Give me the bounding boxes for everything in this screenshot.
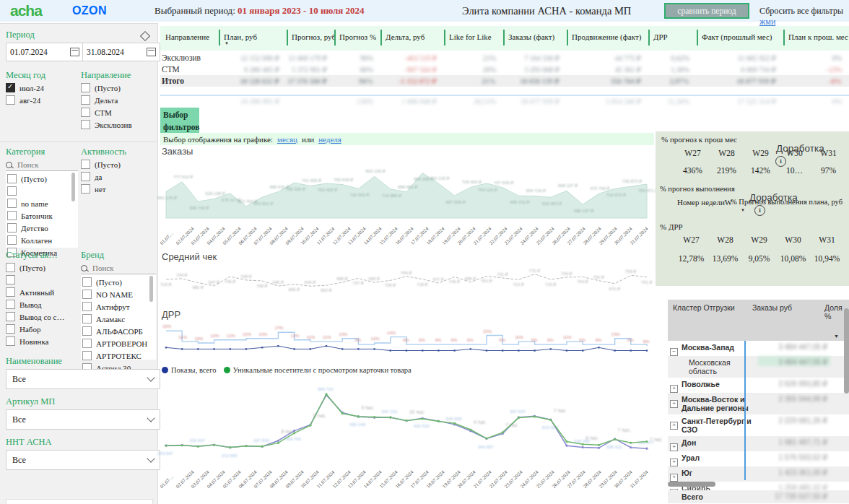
- week-view-link[interactable]: неделя: [318, 135, 341, 144]
- sort-icon[interactable]: ▼: [225, 41, 229, 45]
- checkbox[interactable]: [6, 300, 15, 309]
- reset-filters-link[interactable]: жми: [759, 17, 775, 27]
- checkbox[interactable]: [6, 95, 15, 105]
- calendar-icon[interactable]: [147, 48, 156, 56]
- kpi-column-header[interactable]: Дельта, руб: [380, 26, 444, 51]
- checkbox-item[interactable]: да: [81, 172, 121, 181]
- kpi-column-header[interactable]: План к прош. мес: [783, 26, 849, 51]
- cluster-row[interactable]: +Дон1 981 497,71 ₽: [668, 436, 849, 451]
- checkbox-item[interactable]: (Пусто): [7, 174, 77, 183]
- checkbox[interactable]: [81, 95, 90, 105]
- checkbox-item[interactable]: июл-24: [6, 83, 44, 92]
- checkbox-item[interactable]: (Пусто): [82, 277, 154, 287]
- expand-toggle-icon[interactable]: +: [668, 378, 682, 393]
- checkbox[interactable]: [6, 336, 15, 346]
- checkbox-item[interactable]: АРТРОВЕРОН: [82, 339, 154, 348]
- checkbox[interactable]: [7, 174, 17, 183]
- kpi-column-header[interactable]: Факт (прошлый мес): [697, 26, 783, 51]
- cluster-row[interactable]: +Юг1 423 361,00 ₽: [668, 466, 849, 482]
- checkbox[interactable]: [81, 184, 90, 194]
- dorabotka-info-icon[interactable]: i: [775, 156, 786, 167]
- checkbox[interactable]: [82, 290, 92, 299]
- checkbox[interactable]: [7, 199, 17, 208]
- checkbox-item[interactable]: АРТРОТЕКС: [82, 351, 154, 360]
- checkbox[interactable]: [82, 326, 92, 336]
- month-view-link[interactable]: месяц: [277, 135, 297, 144]
- kpi-column-header[interactable]: Заказы (факт): [503, 26, 567, 51]
- share-column-header[interactable]: Доля %: [819, 303, 845, 341]
- cluster-horizontal-scrollbar[interactable]: [668, 482, 715, 487]
- kpi-row[interactable]: Эксклюзив12 152 696 ₽11 669 179 ₽96%-463…: [160, 52, 849, 64]
- checkbox[interactable]: [7, 186, 17, 196]
- checkbox-item[interactable]: Аламакс: [82, 314, 154, 323]
- compare-period-button[interactable]: сравнить период: [664, 3, 749, 19]
- filters-button[interactable]: Выбор фильтров: [160, 108, 199, 135]
- kpi-column-header[interactable]: Like for Like: [444, 26, 503, 51]
- orders-column-header[interactable]: Заказы руб: [747, 303, 819, 341]
- checkbox-item[interactable]: (Пусто): [6, 263, 64, 272]
- cluster-row[interactable]: −Москва-Запад3 484 447,05 ₽: [668, 341, 849, 356]
- checkbox[interactable]: [82, 302, 92, 311]
- kpi-column-header[interactable]: Направление: [160, 26, 219, 51]
- checkbox-item[interactable]: [7, 186, 77, 196]
- checkbox[interactable]: [6, 287, 15, 297]
- cluster-row[interactable]: Всего17 735 637,55 ₽: [668, 490, 849, 503]
- category-search[interactable]: [6, 160, 65, 170]
- checkbox-item[interactable]: Батончик: [7, 211, 77, 220]
- checkbox-item[interactable]: нет: [81, 184, 121, 194]
- checkbox-item[interactable]: АЛЬФАСОРБ: [82, 326, 154, 336]
- expand-toggle-icon[interactable]: +: [668, 414, 682, 430]
- expand-toggle-icon[interactable]: +: [668, 451, 682, 466]
- kpi-column-header[interactable]: Продвижение (факт): [567, 26, 648, 51]
- date-to-field[interactable]: 31.08.2024: [82, 43, 160, 61]
- checkbox[interactable]: [81, 172, 90, 181]
- cluster-row[interactable]: +Санкт-Петербург и СЗО2 229 681,26 ₽: [668, 414, 849, 436]
- checkbox[interactable]: [6, 324, 15, 334]
- expand-toggle-icon[interactable]: −: [668, 341, 682, 356]
- checkbox-item[interactable]: Набор: [6, 324, 64, 334]
- category-scrollbar[interactable]: [71, 173, 75, 201]
- checkbox-item[interactable]: (Пусто): [81, 83, 132, 92]
- nnt-filter-select[interactable]: Все: [6, 450, 160, 470]
- category-search-input[interactable]: [16, 160, 65, 170]
- date-from-field[interactable]: 01.07.2024: [6, 43, 84, 61]
- dorabotka-info-icon[interactable]: i: [754, 205, 765, 216]
- checkbox-item[interactable]: Вывод со с…: [6, 312, 64, 321]
- checkbox[interactable]: [7, 211, 17, 220]
- checkbox-item[interactable]: [6, 275, 64, 284]
- checkbox-item[interactable]: no name: [7, 199, 77, 208]
- checkbox[interactable]: [82, 351, 92, 360]
- checkbox[interactable]: [81, 83, 90, 92]
- kpi-row[interactable]: СТМ6 280 465 ₽5 372 901 ₽86%-907 564 ₽20…: [160, 64, 849, 75]
- expand-toggle-icon[interactable]: +: [668, 466, 682, 482]
- brand-search[interactable]: [81, 263, 140, 273]
- article-filter-select[interactable]: Все: [6, 409, 160, 430]
- kpi-row[interactable]: Итого18 528 632 ₽17 376 560 ₽94%-1 152 0…: [160, 75, 849, 87]
- checkbox[interactable]: [7, 223, 17, 233]
- calendar-icon[interactable]: [70, 48, 79, 56]
- checkbox-item[interactable]: Коллаген: [7, 235, 77, 245]
- checkbox[interactable]: [6, 263, 15, 272]
- clear-filter-icon[interactable]: [140, 31, 150, 41]
- checkbox-item[interactable]: СТМ: [81, 108, 132, 117]
- name-filter-select[interactable]: Все: [6, 369, 160, 389]
- checkbox-item[interactable]: NO NAME: [82, 290, 154, 299]
- checkbox[interactable]: [82, 277, 92, 287]
- checkbox-item[interactable]: Дельта: [81, 95, 132, 105]
- checkbox-item[interactable]: Новинка: [6, 336, 64, 346]
- cluster-row[interactable]: Московская область3 484 447,05 ₽: [668, 356, 849, 378]
- brand-scrollbar[interactable]: [149, 276, 153, 302]
- checkbox[interactable]: [81, 160, 90, 169]
- checkbox[interactable]: [82, 314, 92, 323]
- checkbox-item[interactable]: авг-24: [6, 95, 44, 105]
- cluster-column-header[interactable]: Кластер Отгрузки: [668, 303, 747, 341]
- kpi-column-header[interactable]: Прогноз %: [334, 26, 380, 51]
- checkbox[interactable]: [7, 235, 17, 245]
- checkbox-item[interactable]: (Пусто): [81, 160, 121, 169]
- checkbox[interactable]: [82, 339, 92, 348]
- checkbox[interactable]: [6, 83, 15, 92]
- checkbox-item[interactable]: Активный: [6, 287, 64, 297]
- checkbox-item[interactable]: Эксклюзив: [81, 120, 132, 129]
- expand-toggle-icon[interactable]: +: [668, 436, 682, 451]
- cluster-vertical-scrollbar[interactable]: [844, 308, 849, 394]
